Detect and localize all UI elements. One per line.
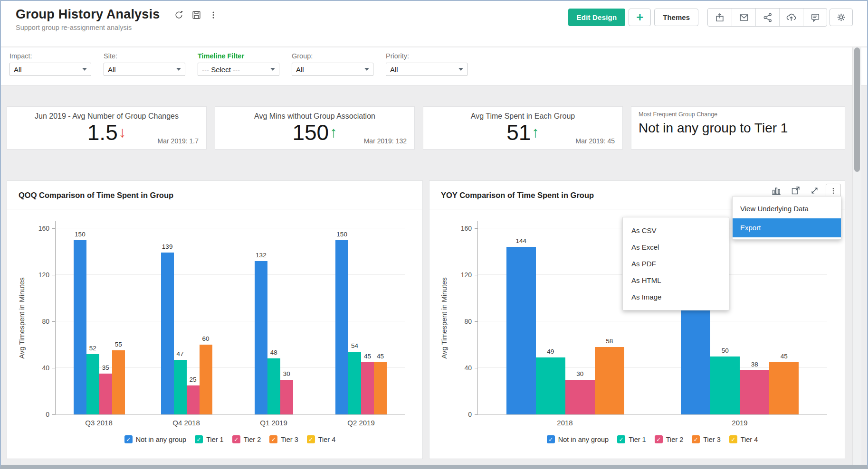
chart-legend: ✓Not in any group✓Tier 1✓Tier 2✓Tier 3✓T…	[477, 435, 827, 443]
filter-select-priority[interactable]: All	[386, 63, 467, 76]
legend-item-tier-3[interactable]: ✓Tier 3	[269, 435, 298, 443]
bar: 30	[565, 380, 595, 415]
chart-context-menu: View Underlying Data Export	[732, 196, 841, 240]
filter-select-site[interactable]: All	[104, 63, 185, 76]
column-chart-icon[interactable]	[769, 184, 784, 197]
kpi-value: 150	[292, 120, 329, 145]
bar-value-label: 30	[576, 370, 583, 377]
legend-item-tier-4[interactable]: ✓Tier 4	[307, 435, 336, 443]
themes-button[interactable]: Themes	[654, 9, 698, 26]
legend-checkbox-tier-4[interactable]: ✓	[729, 435, 737, 443]
legend-checkbox-tier-2[interactable]: ✓	[655, 435, 663, 443]
legend-item-not-in-any-group[interactable]: ✓Not in any group	[547, 435, 609, 443]
submenu-item-as-excel[interactable]: As Excel	[623, 239, 729, 255]
expand-icon[interactable]	[807, 184, 822, 197]
legend-checkbox-tier-1[interactable]: ✓	[617, 435, 625, 443]
kpi-row: Jun 2019 - Avg Number of Group Changes1.…	[7, 106, 845, 150]
y-axis-label: Avg Timespent in Minutes	[440, 277, 448, 358]
plot-area: 1505235551394725601324830150544545	[55, 221, 405, 415]
legend-checkbox-not-in-any-group[interactable]: ✓	[124, 435, 133, 443]
legend-item-not-in-any-group[interactable]: ✓Not in any group	[124, 435, 186, 443]
chevron-down-icon	[458, 68, 463, 71]
x-axis-labels: Q3 2018Q4 2018Q1 2019Q2 2019	[55, 419, 405, 427]
legend-checkbox-tier-4[interactable]: ✓	[307, 435, 315, 443]
page-title: Group History Analysis	[16, 7, 160, 22]
legend-checkbox-tier-3[interactable]: ✓	[269, 435, 277, 443]
chevron-down-icon	[176, 68, 181, 71]
legend-item-tier-2[interactable]: ✓Tier 2	[232, 435, 261, 443]
menu-item-export[interactable]: Export	[733, 218, 841, 237]
export-submenu: As CSVAs ExcelAs PDFAs HTMLAs Image	[622, 217, 729, 310]
bar: 150	[335, 240, 348, 415]
filter-impact: Impact:All	[10, 47, 91, 85]
bar: 35	[99, 374, 112, 414]
y-tick-label: 0	[26, 411, 49, 418]
comment-icon[interactable]	[803, 9, 827, 26]
kebab-icon[interactable]	[826, 184, 841, 197]
bar-value-label: 30	[283, 370, 290, 377]
bar-value-label: 54	[351, 342, 358, 349]
trend-up-icon: ↑	[330, 124, 337, 141]
bar-value-label: 144	[515, 237, 526, 244]
filter-value-group: All	[296, 66, 364, 74]
legend-label-tier-2: Tier 2	[666, 436, 684, 443]
filter-label-impact: Impact:	[10, 52, 91, 63]
x-tick-label: Q3 2018	[55, 419, 143, 427]
x-axis-labels: 20182019	[477, 419, 827, 427]
y-tick-label: 40	[26, 364, 49, 372]
bar	[681, 308, 710, 414]
legend-item-tier-1[interactable]: ✓Tier 1	[617, 435, 646, 443]
kpi-card-0: Jun 2019 - Avg Number of Group Changes1.…	[7, 106, 207, 150]
kebab-icon[interactable]	[209, 10, 218, 20]
export-icon[interactable]	[708, 9, 732, 26]
bar-groups: 1505235551394725601324830150544545	[56, 221, 405, 414]
bar-value-label: 45	[377, 353, 384, 360]
legend-item-tier-2[interactable]: ✓Tier 2	[655, 435, 684, 443]
legend-item-tier-4[interactable]: ✓Tier 4	[729, 435, 758, 443]
filter-select-impact[interactable]: All	[10, 63, 91, 76]
y-tick-mark	[475, 228, 477, 229]
share-icon[interactable]	[755, 9, 779, 26]
legend-label-tier-4: Tier 4	[318, 436, 336, 443]
bar: 47	[174, 360, 187, 414]
chevron-down-icon	[270, 68, 275, 71]
kpi-title: Avg Time Spent in Each Group	[423, 112, 622, 121]
legend-item-tier-1[interactable]: ✓Tier 1	[195, 435, 224, 443]
header-left: Group History Analysis Support group re-…	[16, 7, 218, 31]
bar: 45	[361, 362, 374, 414]
refresh-icon[interactable]	[174, 10, 184, 20]
y-tick-mark	[475, 368, 477, 368]
y-tick-label: 0	[448, 411, 472, 418]
filter-value-timeline-filter: --- Select ---	[202, 66, 270, 74]
bar-value-label: 47	[177, 350, 184, 357]
bar: 50	[710, 356, 740, 415]
filter-select-timeline-filter[interactable]: --- Select ---	[198, 63, 279, 76]
y-tick-mark	[52, 414, 55, 415]
cloud-upload-icon[interactable]	[779, 9, 803, 26]
legend-checkbox-tier-3[interactable]: ✓	[692, 435, 700, 443]
mail-icon[interactable]	[732, 9, 755, 26]
filter-bar: Impact:AllSite:AllTimeline Filter--- Sel…	[1, 47, 867, 85]
scrollbar-thumb[interactable]	[854, 47, 860, 172]
save-icon[interactable]	[191, 10, 201, 20]
menu-item-view-underlying-data[interactable]: View Underlying Data	[733, 199, 841, 218]
submenu-item-as-pdf[interactable]: As PDF	[623, 255, 729, 272]
open-in-new-icon[interactable]	[788, 184, 803, 197]
y-tick-label: 160	[448, 225, 472, 232]
legend-checkbox-tier-2[interactable]: ✓	[232, 435, 240, 443]
settings-icon[interactable]	[830, 9, 853, 26]
filter-select-group[interactable]: All	[292, 63, 373, 76]
chart-title: QOQ Comparison of Time Spent in Group	[19, 191, 173, 200]
legend-checkbox-tier-1[interactable]: ✓	[195, 435, 203, 443]
bar: 38	[740, 370, 769, 414]
submenu-item-as-image[interactable]: As Image	[623, 289, 729, 305]
vertical-scrollbar[interactable]	[852, 47, 861, 465]
legend-checkbox-not-in-any-group[interactable]: ✓	[547, 435, 555, 443]
legend-item-tier-3[interactable]: ✓Tier 3	[692, 435, 721, 443]
chart-title-divider	[7, 209, 422, 209]
add-button[interactable]: +	[629, 9, 651, 26]
x-tick-label: Q2 2019	[317, 419, 405, 427]
submenu-item-as-csv[interactable]: As CSV	[623, 222, 729, 239]
submenu-item-as-html[interactable]: As HTML	[623, 272, 729, 289]
edit-design-button[interactable]: Edit Design	[568, 9, 626, 26]
